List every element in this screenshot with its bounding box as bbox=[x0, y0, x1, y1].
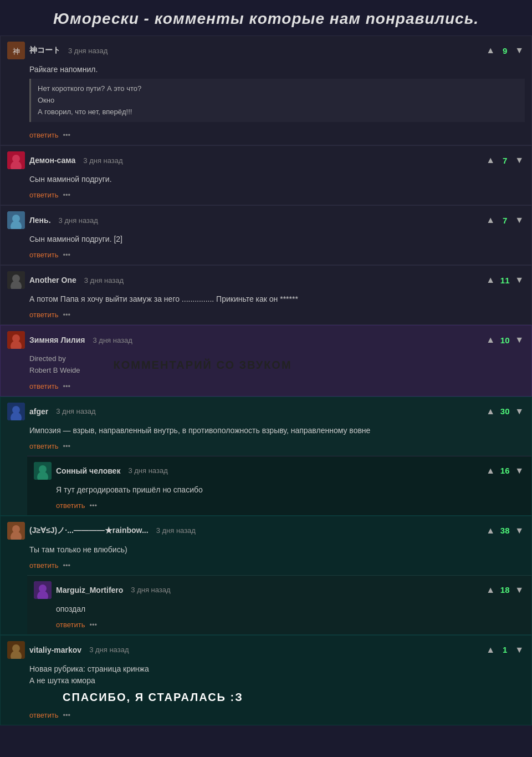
avatar bbox=[7, 211, 25, 229]
downvote-button[interactable]: ▼ bbox=[514, 526, 525, 536]
timestamp: 3 дня назад bbox=[83, 156, 122, 165]
avatar bbox=[34, 462, 52, 480]
more-button[interactable]: ••• bbox=[63, 191, 70, 199]
username: vitaliy-markov bbox=[29, 646, 81, 654]
comment-header: Зимняя Лилия 3 дня назад ▲ 10 ▼ bbox=[1, 326, 531, 352]
comment-body: Райкаге напомнил. Нет короткого пути? А … bbox=[1, 63, 531, 130]
vote-count: 7 bbox=[498, 156, 511, 165]
vote-count: 11 bbox=[498, 276, 511, 285]
more-button[interactable]: ••• bbox=[89, 501, 97, 510]
vote-area: ▲ 7 ▼ bbox=[485, 155, 525, 165]
vote-count: 38 bbox=[498, 526, 511, 535]
upvote-button[interactable]: ▲ bbox=[485, 275, 496, 285]
upvote-button[interactable]: ▲ bbox=[485, 155, 496, 165]
downvote-button[interactable]: ▼ bbox=[514, 407, 525, 416]
comment-actions: ответить ••• bbox=[1, 710, 531, 725]
comment-body: Я тут дегродировать пришёл но спасибо bbox=[27, 483, 531, 500]
downvote-button[interactable]: ▼ bbox=[514, 466, 525, 476]
downvote-button[interactable]: ▼ bbox=[514, 585, 525, 595]
username: Демон-сама bbox=[29, 156, 75, 165]
more-button[interactable]: ••• bbox=[63, 311, 70, 319]
more-button[interactable]: ••• bbox=[63, 382, 70, 390]
comment-actions: ответить ••• bbox=[1, 441, 531, 456]
timestamp: 3 дня назад bbox=[84, 276, 124, 284]
reply-button[interactable]: ответить bbox=[56, 501, 85, 510]
comment-header: afger 3 дня назад ▲ 30 ▼ bbox=[1, 397, 531, 424]
comment-actions: ответить ••• bbox=[1, 560, 531, 575]
vote-count: 10 bbox=[498, 336, 511, 345]
timestamp: 3 дня назад bbox=[56, 407, 95, 415]
svg-text:神: 神 bbox=[13, 47, 20, 55]
reply-button[interactable]: ответить bbox=[29, 311, 58, 319]
comment-actions: ответить ••• bbox=[1, 130, 531, 145]
reply-button[interactable]: ответить bbox=[56, 621, 85, 629]
vote-area: ▲ 9 ▼ bbox=[485, 45, 525, 55]
upvote-button[interactable]: ▲ bbox=[485, 645, 496, 655]
reply-button[interactable]: ответить bbox=[29, 561, 58, 570]
reply-button[interactable]: ответить bbox=[29, 131, 58, 139]
downvote-button[interactable]: ▼ bbox=[514, 645, 525, 655]
username: (J≥∀≤J)ノ·...————★rainbow... bbox=[29, 526, 149, 536]
more-button[interactable]: ••• bbox=[63, 711, 70, 719]
comment-actions: ответить ••• bbox=[27, 500, 531, 515]
username: Another One bbox=[29, 276, 76, 284]
more-button[interactable]: ••• bbox=[63, 251, 70, 259]
reply-button[interactable]: ответить bbox=[29, 711, 58, 719]
more-button[interactable]: ••• bbox=[63, 442, 70, 450]
avatar bbox=[7, 522, 25, 540]
timestamp: 3 дня назад bbox=[128, 466, 167, 475]
comment-header: Another One 3 дня назад ▲ 11 ▼ bbox=[1, 266, 531, 292]
timestamp: 3 дня назад bbox=[156, 526, 196, 535]
comment-header: (J≥∀≤J)ノ·...————★rainbow... 3 дня назад … bbox=[1, 516, 531, 543]
upvote-button[interactable]: ▲ bbox=[485, 335, 496, 345]
comment-actions: ответить ••• bbox=[1, 190, 531, 205]
avatar bbox=[7, 271, 25, 289]
vote-count: 18 bbox=[498, 585, 511, 595]
vote-count: 7 bbox=[498, 216, 511, 225]
reply-button[interactable]: ответить bbox=[29, 251, 58, 259]
comment-text: Я тут дегродировать пришёл но спасибо bbox=[56, 484, 525, 496]
comment-body: Сын маминой подруги. bbox=[1, 172, 531, 190]
upvote-button[interactable]: ▲ bbox=[485, 585, 496, 595]
downvote-button[interactable]: ▼ bbox=[514, 275, 525, 285]
username: Лень. bbox=[29, 216, 51, 225]
comment-text: Райкаге напомнил. bbox=[29, 64, 525, 75]
upvote-button[interactable]: ▲ bbox=[485, 45, 496, 55]
upvote-button[interactable]: ▲ bbox=[485, 407, 496, 416]
vote-area: ▲ 16 ▼ bbox=[485, 466, 525, 476]
comment-block: (J≥∀≤J)ノ·...————★rainbow... 3 дня назад … bbox=[0, 516, 532, 635]
nested-comment: Marguiz_Mortifero 3 дня назад ▲ 18 ▼ опо… bbox=[27, 575, 531, 634]
comment-text: А потом Папа я хочу выйти замуж за него … bbox=[29, 293, 525, 305]
downvote-button[interactable]: ▼ bbox=[514, 45, 525, 55]
reply-button[interactable]: ответить bbox=[29, 382, 58, 390]
comment-header: 神 神コート 3 дня назад ▲ 9 ▼ bbox=[1, 36, 531, 63]
upvote-button[interactable]: ▲ bbox=[485, 215, 496, 225]
username: Зимняя Лилия bbox=[29, 336, 85, 344]
vote-count: 9 bbox=[498, 46, 511, 55]
more-button[interactable]: ••• bbox=[89, 621, 97, 629]
directed-block: Directed byRobert B Weide КОММЕНТАРИЙ СО… bbox=[29, 353, 525, 377]
vote-count: 1 bbox=[498, 645, 511, 654]
upvote-button[interactable]: ▲ bbox=[485, 466, 496, 476]
vote-area: ▲ 38 ▼ bbox=[485, 526, 525, 536]
avatar bbox=[7, 641, 25, 659]
username: afger bbox=[29, 407, 48, 416]
more-button[interactable]: ••• bbox=[63, 561, 70, 570]
comment-body: опоздал bbox=[27, 602, 531, 619]
comment-block: Another One 3 дня назад ▲ 11 ▼ А потом П… bbox=[0, 265, 532, 325]
comment-text: опоздал bbox=[56, 603, 525, 615]
overlay-text: СПАСИБО, Я СТАРАЛАСЬ :З bbox=[63, 689, 243, 705]
downvote-button[interactable]: ▼ bbox=[514, 335, 525, 345]
more-button[interactable]: ••• bbox=[63, 131, 70, 139]
reply-button[interactable]: ответить bbox=[29, 191, 58, 199]
avatar bbox=[7, 331, 25, 349]
upvote-button[interactable]: ▲ bbox=[485, 526, 496, 536]
timestamp: 3 дня назад bbox=[93, 336, 132, 344]
comment-header: Marguiz_Mortifero 3 дня назад ▲ 18 ▼ bbox=[27, 576, 531, 602]
comment-block: afger 3 дня назад ▲ 30 ▼ Импозия — взрыв… bbox=[0, 397, 532, 516]
username: Сонный человек bbox=[56, 466, 120, 475]
reply-button[interactable]: ответить bbox=[29, 442, 58, 450]
downvote-button[interactable]: ▼ bbox=[514, 215, 525, 225]
comment-actions: ответить ••• bbox=[1, 250, 531, 265]
downvote-button[interactable]: ▼ bbox=[514, 155, 525, 165]
